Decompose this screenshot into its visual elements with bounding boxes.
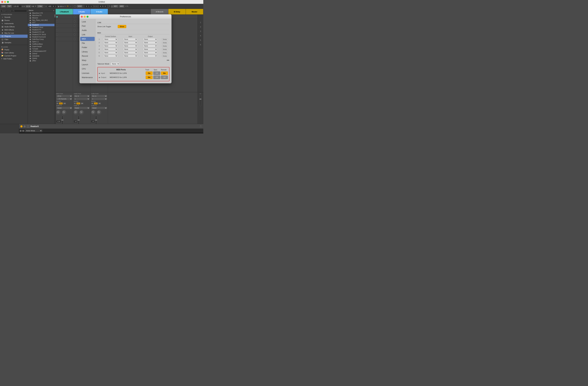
sidebar-item-instruments[interactable]: ∿ Instruments [0,22,28,25]
control-surface-select-1[interactable]: None [104,38,118,41]
link-button[interactable]: Link [1,5,6,8]
pref-close-btn[interactable] [81,16,83,18]
places-user-library[interactable]: 📚 User Library [0,51,28,54]
output-select-4[interactable]: None [143,48,157,51]
preferences-dialog[interactable]: Preferences Look Feel Audio Link MIDI Fi… [79,14,171,83]
input-remote-on-btn[interactable]: On [161,71,168,75]
audio-ch-select-3[interactable]: 2 [91,98,107,100]
pos3[interactable]: 4 . 0 . 0 [99,5,107,8]
midi-from-select[interactable]: All Ins [56,95,72,97]
send-b-knob-3[interactable]: B [97,110,101,115]
track-header-audio3[interactable]: 3 Audio [90,9,108,15]
midi-button[interactable]: MIDI [119,5,125,8]
input-select-2[interactable]: None [123,41,138,44]
sidebar-item-samples[interactable]: ◨ Samples [0,41,28,44]
list-item[interactable]: ▦ Zebra2 [28,52,55,55]
monitor-in-btn-3[interactable]: In [91,102,94,104]
stop-btn[interactable]: ■ [60,5,62,8]
monitor-in-btn[interactable]: In [56,102,59,104]
dump-btn-5[interactable]: Dump [162,52,168,54]
preset-select[interactable]: Arctic Winds [25,129,42,132]
output-select-1[interactable]: None [143,38,157,41]
list-item[interactable]: ▦ Reaktor5 FX 16x16 [28,33,55,36]
control-surface-select-6[interactable]: None [104,55,118,57]
expand-icon[interactable]: ▶▶ [167,59,169,61]
input-select-5[interactable]: None [123,51,138,54]
pref-nav-file[interactable]: File [80,41,95,45]
plugin-icon-btn[interactable] [27,125,30,128]
minimize-button[interactable] [4,1,6,3]
input-track-on-btn[interactable]: On [146,71,153,75]
output-select-5[interactable]: None [143,51,157,54]
clip-slot[interactable] [56,15,73,19]
sidebar-item-sounds[interactable]: ♪ Sounds [0,16,28,19]
loop-icon[interactable]: ⟳ [66,5,69,7]
volume-fader[interactable] [62,116,63,124]
list-item[interactable]: ▦ Maschine 2 FX [28,12,55,14]
list-item[interactable]: ▦ Zebralette [28,55,55,57]
track-header-master[interactable]: Master [186,9,203,15]
input-expand-icon[interactable]: ▶ [99,72,100,74]
sidebar-item-midi-effects[interactable]: ◈ MIDI Effects [0,28,28,31]
input-select-3[interactable]: None [123,45,138,47]
monitor-off-btn-2[interactable]: Off [81,102,84,104]
control-surface-select-5[interactable]: None [104,51,118,54]
list-item[interactable]: ▦ Massive [28,17,55,19]
add-btn[interactable]: + [64,5,66,8]
power-button[interactable] [20,125,22,127]
send-a-knob[interactable]: A [56,110,61,115]
play-btn[interactable]: ▶ [58,5,60,8]
track-header-reverb[interactable]: A Reverb [151,9,168,15]
send-b-knob[interactable]: B [62,110,66,115]
volume-fader-3[interactable] [95,116,97,124]
list-item[interactable]: ▦ Spire-1.1 [28,41,55,43]
input-select-4[interactable]: None [123,48,138,51]
instrument-settings-btn[interactable]: ? [199,125,202,128]
volume-display-2[interactable]: -Inf [74,120,77,122]
input-sync-off-btn[interactable]: Off [153,71,160,75]
clip-slot[interactable] [56,37,73,41]
dump-btn-6[interactable]: Dump [162,55,168,57]
output-sync-off-btn[interactable]: Off [153,76,160,79]
pref-max-btn[interactable] [86,16,88,18]
midi-channel-select[interactable]: ↓ All Channels [56,98,72,100]
track-header-reaktor5[interactable]: 1 Reaktor5 [56,9,73,15]
sidebar-item-drums[interactable]: ▦ Drums [0,19,28,22]
master-fader[interactable] [200,95,201,106]
monitor-off-btn[interactable]: Off [63,102,66,104]
list-item[interactable]: ▦ Reaktor5 Surround [28,36,55,38]
time-sig[interactable]: 4 / 4 [26,5,31,8]
send-a-knob-2[interactable]: A [74,110,78,115]
track-header-delay[interactable]: B Delay [168,9,186,15]
pref-nav-feel[interactable]: Feel [80,24,95,28]
output-select-3[interactable]: None [143,45,157,47]
list-item[interactable]: ▦ Supercharger [28,45,55,48]
audio-to-select-2[interactable]: Master [74,107,90,109]
places-add-folder[interactable]: + Add Folder... [0,57,28,60]
pref-min-btn[interactable] [84,16,86,18]
back-btn[interactable]: ← [70,5,72,7]
list-item[interactable]: ▦ Turnado [28,48,55,50]
sidebar-item-clips[interactable]: ◱ Clips [0,38,28,41]
list-item[interactable]: ▦ OTT [28,21,55,24]
monitor-off-btn-3[interactable]: Off [98,102,101,104]
pref-nav-audio[interactable]: Audio [80,28,95,32]
volume-display[interactable]: -0.84 [56,120,61,122]
input-select-6[interactable]: None [123,55,138,57]
monitor-auto-btn-3[interactable]: Auto [94,102,98,104]
list-item[interactable]: ▦ Reaktor5 FX 2x8 [28,31,55,33]
control-surface-select-3[interactable]: None [104,45,118,47]
pref-traffic-lights[interactable] [81,16,88,18]
pref-nav-midi[interactable]: MIDI [80,37,95,41]
search-input[interactable] [1,10,27,12]
traffic-lights[interactable] [1,1,9,3]
dump-btn-4[interactable]: Dump [162,48,168,50]
list-item-selected[interactable]: ▦ Reaktor5 [28,24,55,26]
places-current-project[interactable]: 📁 Current Project [0,54,28,57]
audio-from-select-2[interactable]: Ext. In [74,95,90,97]
audio-to-select-3[interactable]: Master [91,107,107,109]
sort-icon[interactable]: ▲ [53,10,55,11]
list-item[interactable]: ▦ Reaktor5 FX [28,29,55,31]
dump-btn-2[interactable]: Dump [162,41,168,44]
list-item[interactable]: ▦ UVIWorkstationVST [28,50,55,52]
